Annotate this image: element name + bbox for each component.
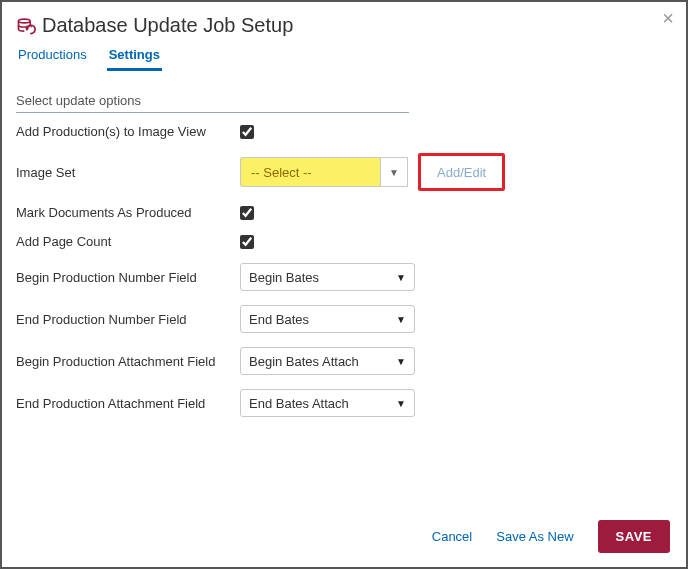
- chevron-down-icon: ▼: [396, 314, 406, 325]
- chevron-down-icon: ▼: [396, 398, 406, 409]
- row-mark-produced: Mark Documents As Produced: [2, 198, 686, 227]
- row-end-prod-attach: End Production Attachment Field End Bate…: [2, 382, 686, 424]
- row-add-page-count: Add Page Count: [2, 227, 686, 256]
- image-set-control-group: -- Select -- ▼ Add/Edit: [240, 153, 505, 191]
- value-end-prod-attach: End Bates Attach: [249, 396, 396, 411]
- image-set-value: -- Select --: [251, 165, 372, 180]
- select-begin-prod-num[interactable]: Begin Bates ▼: [240, 263, 415, 291]
- section-heading: Select update options: [16, 93, 409, 113]
- label-add-productions: Add Production(s) to Image View: [16, 124, 240, 139]
- tab-bar: Productions Settings: [2, 43, 686, 71]
- select-end-prod-num[interactable]: End Bates ▼: [240, 305, 415, 333]
- label-end-prod-attach: End Production Attachment Field: [16, 396, 240, 411]
- tab-productions[interactable]: Productions: [16, 43, 89, 71]
- label-image-set: Image Set: [16, 165, 240, 180]
- label-mark-produced: Mark Documents As Produced: [16, 205, 240, 220]
- row-add-productions: Add Production(s) to Image View: [2, 117, 686, 146]
- row-begin-prod-num: Begin Production Number Field Begin Bate…: [2, 256, 686, 298]
- row-end-prod-num: End Production Number Field End Bates ▼: [2, 298, 686, 340]
- select-begin-prod-attach[interactable]: Begin Bates Attach ▼: [240, 347, 415, 375]
- label-end-prod-num: End Production Number Field: [16, 312, 240, 327]
- checkbox-mark-produced[interactable]: [240, 206, 254, 220]
- label-begin-prod-num: Begin Production Number Field: [16, 270, 240, 285]
- dialog-footer: Cancel Save As New SAVE: [432, 520, 670, 553]
- checkbox-add-productions[interactable]: [240, 125, 254, 139]
- chevron-down-icon: ▼: [389, 167, 399, 178]
- image-set-select[interactable]: -- Select --: [240, 157, 380, 187]
- save-as-new-button[interactable]: Save As New: [496, 529, 573, 544]
- label-add-page-count: Add Page Count: [16, 234, 240, 249]
- value-end-prod-num: End Bates: [249, 312, 396, 327]
- save-button[interactable]: SAVE: [598, 520, 670, 553]
- highlight-annotation: Add/Edit: [418, 153, 505, 191]
- database-update-icon: [16, 16, 36, 36]
- row-image-set: Image Set -- Select -- ▼ Add/Edit: [2, 146, 686, 198]
- tab-settings[interactable]: Settings: [107, 43, 162, 71]
- checkbox-add-page-count[interactable]: [240, 235, 254, 249]
- chevron-down-icon: ▼: [396, 272, 406, 283]
- dialog-title: Database Update Job Setup: [42, 14, 293, 37]
- label-begin-prod-attach: Begin Production Attachment Field: [16, 354, 240, 369]
- dialog-header: Database Update Job Setup ×: [2, 2, 686, 43]
- row-begin-prod-attach: Begin Production Attachment Field Begin …: [2, 340, 686, 382]
- add-edit-link[interactable]: Add/Edit: [427, 163, 496, 182]
- chevron-down-icon: ▼: [396, 356, 406, 367]
- value-begin-prod-num: Begin Bates: [249, 270, 396, 285]
- close-icon[interactable]: ×: [662, 8, 674, 28]
- cancel-button[interactable]: Cancel: [432, 529, 472, 544]
- value-begin-prod-attach: Begin Bates Attach: [249, 354, 396, 369]
- select-end-prod-attach[interactable]: End Bates Attach ▼: [240, 389, 415, 417]
- svg-point-0: [19, 19, 31, 23]
- image-set-dropdown-toggle[interactable]: ▼: [380, 157, 408, 187]
